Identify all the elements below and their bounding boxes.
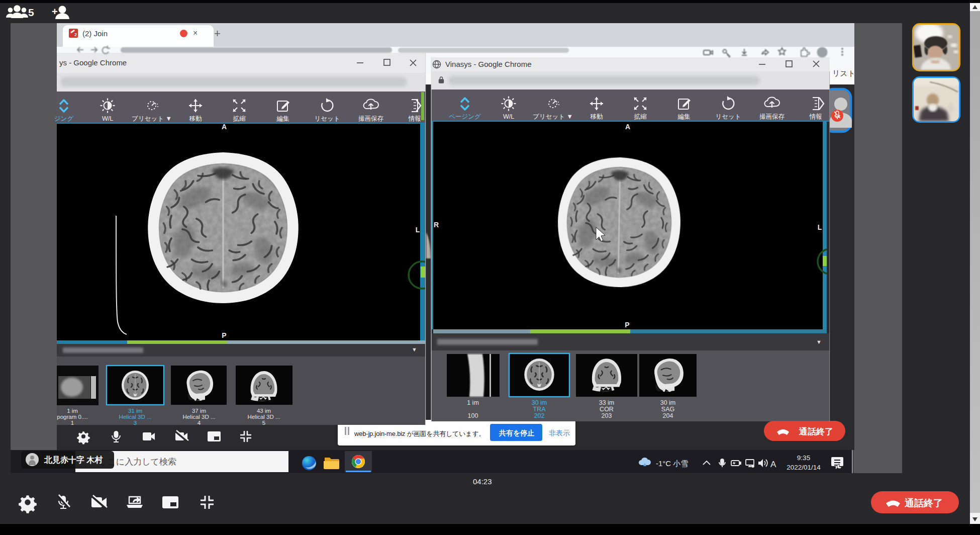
svg-text:移動: 移動 [189, 115, 202, 122]
svg-text:43 im: 43 im [257, 408, 271, 414]
svg-text:編集: 編集 [276, 115, 290, 122]
svg-text:L: L [818, 223, 822, 231]
svg-text:30 im: 30 im [532, 399, 547, 406]
svg-text:1 im: 1 im [467, 399, 479, 406]
svg-text:100: 100 [468, 412, 478, 419]
svg-text:SAG: SAG [661, 406, 674, 413]
svg-text:ジング: ジング [54, 115, 74, 122]
svg-text:Helical 3D ...: Helical 3D ... [119, 414, 151, 420]
svg-text:Helical 3D ...: Helical 3D ... [247, 414, 280, 420]
svg-text:37 im: 37 im [192, 408, 206, 414]
svg-text:R: R [434, 221, 439, 229]
svg-text:30 im: 30 im [660, 399, 676, 406]
svg-text:3: 3 [134, 420, 137, 426]
svg-text:31 im: 31 im [128, 408, 142, 414]
svg-text:+: + [52, 6, 58, 17]
svg-text:COR: COR [600, 406, 614, 413]
svg-text:W/L: W/L [102, 115, 113, 122]
svg-text:P: P [625, 321, 629, 329]
svg-text:プリセット ▼: プリセット ▼ [533, 113, 573, 120]
svg-text:リセット: リセット [314, 115, 340, 122]
svg-text:L: L [416, 226, 420, 234]
svg-text:TRA: TRA [533, 406, 546, 413]
svg-text:1 im: 1 im [67, 408, 78, 414]
svg-text:情報: 情報 [408, 115, 421, 122]
svg-text:P: P [222, 331, 226, 339]
svg-text:編集: 編集 [677, 113, 691, 120]
svg-text:1: 1 [71, 420, 74, 426]
svg-text:A: A [770, 460, 776, 469]
svg-text:通話終了: 通話終了 [799, 427, 833, 436]
svg-text:W/L: W/L [503, 113, 514, 120]
svg-text:203: 203 [602, 412, 612, 419]
svg-text:204: 204 [663, 412, 673, 419]
svg-text:pogram 0....: pogram 0.... [57, 414, 87, 420]
svg-text:拡縮: 拡縮 [634, 113, 647, 120]
svg-text:ページング: ページング [449, 113, 481, 120]
svg-text:9:35: 9:35 [797, 454, 810, 462]
svg-text:4: 4 [198, 420, 201, 426]
svg-text:5: 5 [28, 7, 34, 18]
svg-text:-1°C 小雪: -1°C 小雪 [656, 459, 688, 468]
svg-text:A: A [222, 123, 227, 131]
svg-text:5: 5 [262, 420, 265, 426]
svg-text:33 im: 33 im [599, 399, 615, 406]
svg-text:撮画保存: 撮画保存 [358, 115, 384, 122]
svg-text:移動: 移動 [591, 113, 603, 120]
svg-text:202: 202 [534, 412, 545, 419]
svg-text:拡縮: 拡縮 [233, 115, 246, 122]
svg-text:情報: 情報 [809, 113, 822, 120]
svg-text:プリセット ▼: プリセット ▼ [132, 115, 172, 122]
svg-text:2022/01/14: 2022/01/14 [787, 464, 821, 471]
svg-text:A: A [625, 123, 630, 131]
svg-text:撮画保存: 撮画保存 [759, 113, 785, 120]
svg-text:リセット: リセット [715, 113, 741, 120]
svg-text:Helical 3D ...: Helical 3D ... [182, 414, 215, 420]
